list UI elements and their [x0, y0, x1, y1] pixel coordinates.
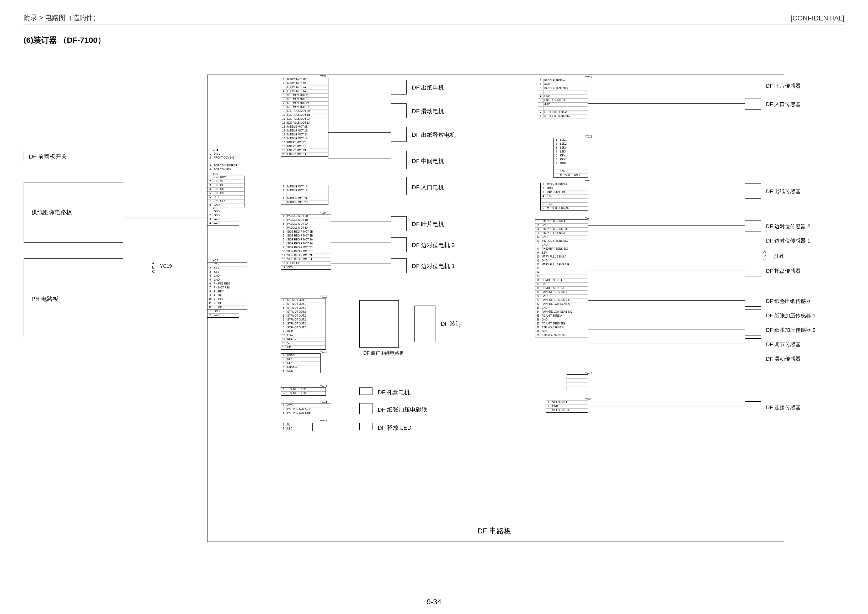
- entry-sensor-block: [745, 98, 761, 110]
- paper-press1-sensor-label: DF 纸张加压传感器 1: [766, 312, 815, 319]
- wire: [587, 85, 745, 85]
- set-sensor-label: DF 连接传感器: [766, 404, 801, 411]
- punch-label: 打孔: [774, 253, 784, 260]
- adjust-sensor-block: [745, 338, 761, 350]
- page-number: 9-34: [0, 598, 868, 606]
- paper-press-sol-block: [360, 403, 372, 414]
- yc20-label: YC20: [585, 398, 592, 401]
- eject-motor-block: [391, 80, 406, 95]
- yc14-pins: 15V2LED: [281, 423, 313, 431]
- yc12-label: YC12: [320, 350, 327, 353]
- wire: [587, 344, 745, 344]
- page: 附录 > 电路图（选购件） [CONFIDENTIAL] (6)装订器 （DF-…: [0, 0, 868, 614]
- wire: [330, 242, 391, 243]
- bundle-eject-sensor-block: [745, 295, 761, 306]
- yc5-label: YC5: [212, 172, 218, 176]
- side-reg2-motor-label: DF 边对位电机 2: [412, 241, 455, 249]
- slide-motor-block: [391, 103, 406, 118]
- paddle-motor-label: DF 叶片电机: [412, 220, 444, 228]
- yc10-label: YC10: [320, 295, 327, 298]
- side-reg1-sensor-block: [745, 235, 761, 246]
- yc18-label: YC18: [585, 371, 592, 374]
- wire: [123, 190, 207, 190]
- wire: [587, 103, 745, 104]
- yc7-label: YC7: [212, 259, 218, 262]
- eject-sensor-block: [745, 183, 761, 199]
- yc17-pins: 1PADDLE SENS A2GND3PADDLE SENS SIG4GND5E…: [538, 79, 588, 118]
- abc-a-left: A: [152, 261, 155, 265]
- yc15-pins: 1LED12LED23LED34LED45KEY16KEY27GND83.3V9…: [553, 138, 588, 178]
- yc7b-pins: 1GND224V2: [207, 309, 239, 318]
- tray-motor-label: DF 托盘电机: [378, 389, 410, 396]
- eject-motor-label: DF 出纸电机: [412, 84, 444, 92]
- yc8-label: YC8: [320, 75, 326, 78]
- staple-relay-pwb-block: [360, 300, 399, 348]
- wire: [89, 156, 207, 156]
- yc11-pins: 1TRY MOT OUT12TRY MOT OUT2: [281, 387, 326, 396]
- yc16-pins: 1MTRY U SENS K2GND3PAP SENS SIG43.3V53.3…: [540, 183, 588, 210]
- yc20-pins: 1SET SENS A2GND3SET SENS SIG: [546, 401, 588, 413]
- abc-b-right: B: [763, 253, 766, 257]
- wire: [123, 277, 207, 277]
- page-title: (6)装订器 （DF-7100）: [23, 35, 845, 46]
- wire: [587, 315, 745, 315]
- paddle-sensor-label: DF 叶片传感器: [766, 82, 801, 90]
- circuit-diagram: DF 电路板 DF 前盖板开关 供纸图像电路板 PH 电路板 YC4 124V1…: [23, 54, 837, 578]
- wire: [587, 189, 745, 189]
- wire: [587, 270, 745, 270]
- abc-c-right: C: [763, 257, 766, 261]
- wire: [587, 329, 745, 330]
- yc19-label: YC19: [585, 216, 592, 219]
- page-header: 附录 > 电路图（选购件） [CONFIDENTIAL]: [23, 13, 845, 25]
- df-front-cover-sw-label: DF 前盖板开关: [29, 153, 67, 161]
- wire: [123, 218, 207, 218]
- side-reg2-sensor-label: DF 边对位传感器 2: [766, 223, 810, 230]
- side-reg1-motor-label: DF 边对位电机 1: [412, 262, 455, 270]
- tray-motor-block: [360, 387, 372, 395]
- yc6-label: YC6: [212, 206, 218, 210]
- side-reg2-sensor-block: [745, 220, 761, 232]
- tray-sensor-block: [745, 265, 761, 277]
- yc10-pins: 1STPMOT OUT12STPMOT OUT13STPMOT OUT14STP…: [281, 298, 326, 350]
- entry-motor-block: [391, 177, 406, 195]
- yc16-label: YC16: [585, 180, 592, 183]
- eject-release-motor-label: DF 出纸释放电机: [412, 131, 456, 139]
- wire: [587, 240, 745, 240]
- breadcrumb: 附录 > 电路图（选购件）: [23, 13, 100, 22]
- entry-motor-label: DF 入口电机: [412, 183, 444, 191]
- wire: [587, 225, 745, 226]
- wire: [328, 159, 391, 159]
- yc12-pins: 1BRAKE2DIR3CLK4ENABLE5GND: [281, 353, 321, 373]
- middle-motor-block: [391, 151, 406, 169]
- paper-feed-image-pwb-label: 供纸图像电路板: [31, 208, 72, 216]
- yc19-left-label: YC19: [160, 264, 172, 269]
- yc4-label: YC4: [212, 149, 218, 152]
- middle-motor-label: DF 中间电机: [412, 157, 444, 165]
- yc13-pins: 124V22PAP PRE SOL ACT3PAP PRE SOL STBY: [281, 403, 331, 415]
- paper-press2-sensor-label: DF 纸张加压传感器 2: [766, 326, 815, 334]
- staple-relay-pwb-label: DF 装订中继电路板: [363, 350, 404, 356]
- release-led-block: [360, 423, 372, 430]
- yc9-pins: 1PADDLE MOT 2B2PADDLE MOT 1B3PADDLE MOT …: [281, 214, 331, 270]
- yc9-label: YC9: [320, 211, 326, 214]
- yc13-label: YC13: [320, 400, 327, 403]
- slide-motor-label: DF 滑动电机: [412, 107, 444, 115]
- entry-sensor-label: DF 入口传感器: [766, 101, 801, 108]
- paddle-motor-block: [391, 216, 406, 231]
- release-led-label: DF 释放 LED: [378, 424, 411, 432]
- set-sensor-block: [745, 401, 761, 413]
- ph-pwb-label: PH 电路板: [31, 295, 59, 303]
- adjust-sensor-label: DF 调节传感器: [766, 341, 801, 348]
- staple-block: [414, 306, 436, 342]
- abc-c-left: C: [152, 269, 155, 274]
- tray-sensor-label: DF 托盘传感器: [766, 267, 801, 275]
- paper-press2-sensor-block: [745, 324, 761, 336]
- paper-press1-sensor-block: [745, 309, 761, 321]
- yc4-pins: 124V12FRONT COV SIG3TOP COV SOURCE4TOP C…: [207, 152, 255, 172]
- wire: [328, 185, 391, 185]
- side-reg2-motor-block: [391, 237, 406, 252]
- yc5-pins: 1ENG RDY2ENG SEL3ENG DI4ENG DO5ENG PAU6D…: [207, 176, 245, 207]
- side-reg1-motor-block: [391, 258, 406, 273]
- df-pwb-label: DF 电路板: [477, 526, 511, 536]
- bundle-eject-sensor-label: DF 纸叠出纸传感器: [766, 298, 811, 305]
